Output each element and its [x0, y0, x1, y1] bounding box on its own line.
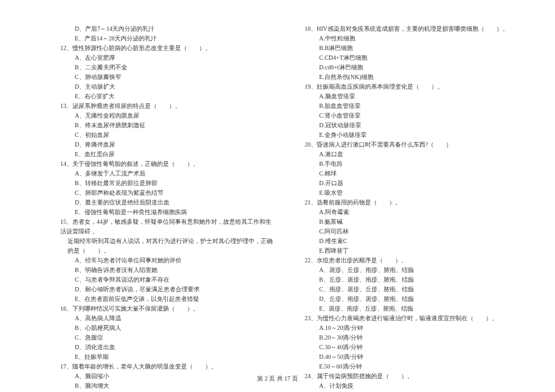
- q23-b: B.20～30滴/分钟: [305, 333, 519, 343]
- q12-d: D、主动脉扩大: [60, 82, 274, 92]
- question-14: 14、关于侵蚀性葡萄胎的叙述，正确的是（ ）。: [60, 159, 274, 169]
- q19-b: B.胎盘血管痉挛: [305, 101, 519, 111]
- q23-a: A.10～20滴/分钟: [305, 323, 519, 333]
- question-22: 22、水痘患者出疹的顺序是（ ）。: [305, 256, 519, 265]
- q18-a: A.中性粒细胞: [305, 34, 519, 43]
- q21-e: E.西咪替丁: [305, 246, 519, 256]
- q22-d: D、丘疹、疱疹、斑疹、脓疱、结痂: [305, 294, 519, 304]
- q20-e: E.吸水管: [305, 188, 519, 198]
- question-16: 16、下列哪种情况可实施大量不保留灌肠（ ）。: [60, 304, 274, 314]
- page-footer: 第 2 页 共 17 页: [0, 375, 555, 383]
- q12-c: C、肺动脉瓣狭窄: [60, 72, 274, 82]
- page-content: D、产后7～14天内分泌的乳汁 E、产后14～28天内分泌的乳汁 12、慢性肺源…: [0, 0, 555, 392]
- q19-d: D.冠状动脉痉挛: [305, 121, 519, 130]
- q20-c: C.棉球: [305, 169, 519, 179]
- q19-e: E.全身小动脉痉挛: [305, 130, 519, 140]
- q13-d: D、疼痛伴血尿: [60, 140, 274, 150]
- q23-e: E.50～60滴/分钟: [305, 362, 519, 371]
- q23-d: D.40～50滴/分钟: [305, 352, 519, 362]
- q16-d: D、消化道出血: [60, 343, 274, 352]
- question-17: 17、随着年龄的增长，老年人大脑的明显改变是（ ）。: [60, 362, 274, 371]
- q13-e: E、血红蛋白尿: [60, 150, 274, 159]
- q20-b: B.手电筒: [305, 159, 519, 169]
- q12-e: E、右心室扩大: [60, 92, 274, 101]
- q15-b: B、明确告诉患者没有人陷害她: [60, 265, 274, 275]
- q20-a: A.漱口盘: [305, 150, 519, 159]
- q21-d: D.维生素C: [305, 236, 519, 246]
- option-d: D、产后7～14天内分泌的乳汁: [60, 24, 274, 34]
- q22-e: E、斑疹、疱疹、丘疹、脓疱、结痂: [305, 304, 519, 314]
- question-19: 19、妊娠期高血压疾病的基本病理变化是（ ）。: [305, 82, 519, 92]
- q14-e: E、侵蚀性葡萄胎是一种良性滋养细胞疾病: [60, 207, 274, 217]
- q19-c: C.肾小血管痉挛: [305, 111, 519, 121]
- q21-b: B.氨茶碱: [305, 217, 519, 227]
- q15-cont: 近期经常听到耳边有人说话，对其行为进行评论，护士对其心理护理中，正确的是（ ）。: [60, 236, 274, 256]
- question-20: 20、昏迷病人进行漱口时不需要具备什么东西?（ ）: [305, 140, 519, 150]
- right-column: 18、HIV感染后对免疫系统造成损害，主要的机理是损害哪类细胞（ ）。 A.中性…: [305, 24, 519, 392]
- q13-b: B、终末血尿伴膀胱刺激征: [60, 121, 274, 130]
- question-23: 23、为慢性心力衰竭患者进行输液治疗时，输液速度宜控制在（ ）。: [305, 314, 519, 323]
- q13-c: C、初始血尿: [60, 130, 274, 140]
- q21-a: A.阿奇霉素: [305, 207, 519, 217]
- q14-d: D、最主要的症状是绝经后阴道出血: [60, 198, 274, 207]
- q14-a: A、多继发于人工流产术后: [60, 169, 274, 179]
- q14-b: B、转移灶最常见的部位是肺部: [60, 179, 274, 188]
- q16-a: A、高热病人降温: [60, 314, 274, 323]
- q18-d: D.cd8+t淋巴细胞: [305, 63, 519, 72]
- q15-e: E、在患者面前应低声交谈，以免引起患者猜疑: [60, 294, 274, 304]
- option-e: E、产后14～28天内分泌的乳汁: [60, 34, 274, 43]
- q16-e: E、妊娠早期: [60, 352, 274, 362]
- q-text: 12、慢性肺源性心脏病的心脏形态改变主要是（ ）。: [60, 45, 211, 51]
- q21-c: C.阿司匹林: [305, 227, 519, 236]
- question-13: 13、泌尿系肿瘤患者排尿的特点是（ ）。: [60, 101, 274, 111]
- q15-d: D、耐心倾听患者诉说，尽量满足患者合理要求: [60, 285, 274, 294]
- q12-b: B、二尖瓣关闭不全: [60, 63, 274, 72]
- q22-b: B、丘疹、斑疹、疱疹、脓疱、结痂: [305, 275, 519, 285]
- q22-c: C、疱疹、斑疹、丘疹、脓疱、结痂: [305, 285, 519, 294]
- q23-c: C.30～40滴/分钟: [305, 343, 519, 352]
- q22-a: A、斑疹、丘疹、疱疹、脓疱、结痂: [305, 265, 519, 275]
- q18-c: C.CD4+T淋巴细胞: [305, 53, 519, 63]
- left-column: D、产后7～14天内分泌的乳汁 E、产后14～28天内分泌的乳汁 12、慢性肺源…: [60, 24, 274, 392]
- q16-b: B、心肌梗死病人: [60, 323, 274, 333]
- question-12: 12、慢性肺源性心脏病的心脏形态改变主要是（ ）。: [60, 43, 274, 53]
- q15-a: A、经常与患者讨论单位同事对她的评价: [60, 256, 274, 265]
- q16-c: C、急腹症: [60, 333, 274, 343]
- q14-c: C、肺部声称处表现为紫蓝色结节: [60, 188, 274, 198]
- q15-c: C、与患者争辩其说话的对象不存在: [60, 275, 274, 285]
- question-18: 18、HIV感染后对免疫系统造成损害，主要的机理是损害哪类细胞（ ）。: [305, 24, 519, 34]
- q13-a: A、无痛性全程肉眼血尿: [60, 111, 274, 121]
- q12-a: A、左心室肥厚: [60, 53, 274, 63]
- question-15: 15、患者女，44岁，敏感多疑，怀疑单位同事有意和她作对，故意给其工作和生活设置…: [60, 217, 274, 236]
- q20-d: D.开口器: [305, 179, 519, 188]
- q18-e: E.自然杀伤(NK)细胞: [305, 72, 519, 82]
- q18-b: B.B淋巴细胞: [305, 43, 519, 53]
- q19-a: A.脑血管痉挛: [305, 92, 519, 101]
- question-21: 21、选餐前服用的药物是（ ）。: [305, 198, 519, 207]
